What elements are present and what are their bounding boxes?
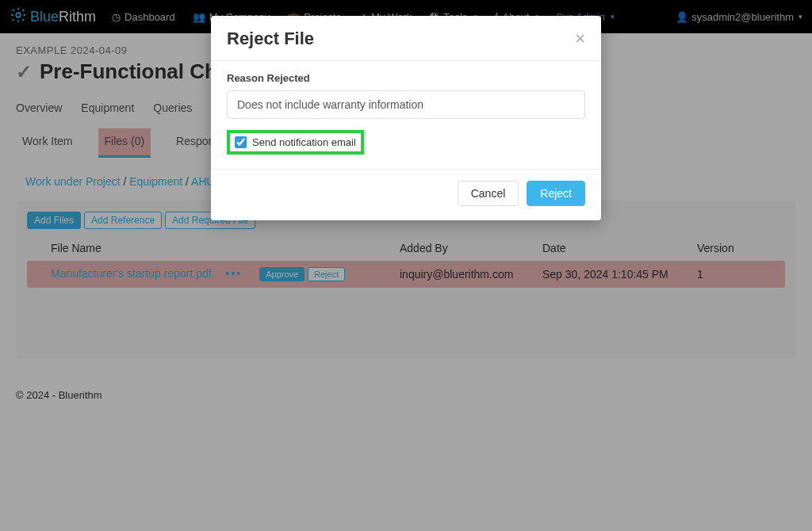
modal-title: Reject File xyxy=(227,29,314,49)
modal-header: Reject File × xyxy=(211,16,601,60)
modal-reject-button[interactable]: Reject xyxy=(527,181,585,206)
send-notification-checkbox[interactable] xyxy=(235,136,247,148)
close-icon[interactable]: × xyxy=(575,29,585,49)
reason-label: Reason Rejected xyxy=(227,72,585,84)
modal-footer: Cancel Reject xyxy=(211,170,601,220)
modal-body: Reason Rejected Send notification email xyxy=(211,61,601,169)
send-notification-label: Send notification email xyxy=(252,136,356,148)
reason-input[interactable] xyxy=(227,90,585,119)
reject-file-modal: Reject File × Reason Rejected Send notif… xyxy=(211,16,601,220)
send-notification-group: Send notification email xyxy=(227,130,364,155)
cancel-button[interactable]: Cancel xyxy=(458,181,519,206)
